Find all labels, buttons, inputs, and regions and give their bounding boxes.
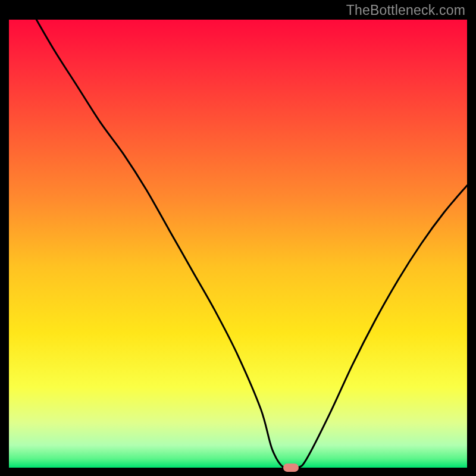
bottleneck-chart bbox=[9, 20, 467, 468]
optimal-marker bbox=[283, 464, 299, 472]
watermark-text: TheBottleneck.com bbox=[346, 2, 465, 18]
chart-frame bbox=[9, 20, 467, 468]
